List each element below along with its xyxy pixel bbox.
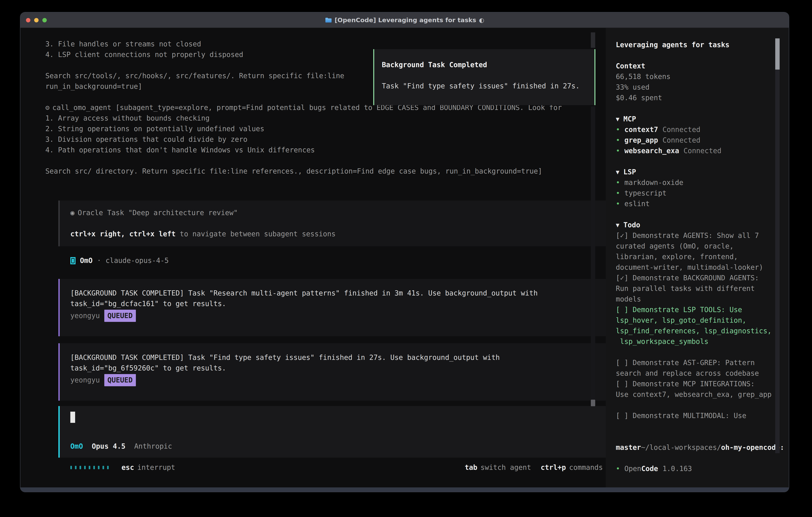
todo-line: curated agents (OmO, oracle, — [616, 241, 789, 251]
transcript-line: 4. Path operations that don't handle Win… — [46, 145, 606, 155]
main-scrollbar-thumb[interactable] — [591, 400, 595, 406]
gear-icon: ⚙ — [46, 104, 50, 112]
ctrlp-key-hint: ctrl+p — [541, 462, 566, 473]
transcript-line: 2. String operations on potentially unde… — [46, 124, 606, 134]
esc-key-hint: esc — [121, 462, 134, 473]
oracle-task-card[interactable]: ◉Oracle Task "Deep architecture review" … — [58, 200, 606, 246]
task-message-line: [BACKGROUND TASK COMPLETED] Task "Resear… — [70, 288, 606, 298]
oracle-task-title: ◉Oracle Task "Deep architecture review" — [70, 208, 606, 218]
lsp-item: • markdown-oxide — [616, 177, 789, 188]
subagent-nav-hint: ctrl+x right, ctrl+x left to navigate be… — [70, 229, 606, 239]
chevron-down-icon: ▼ — [616, 114, 619, 124]
separator-dot: · — [97, 255, 101, 266]
hint-text: to navigate between subagent sessions — [176, 230, 336, 238]
todo-line-active: lsp_hover, lsp_goto_definition, — [616, 315, 789, 326]
task-message-line: task_id="bg_dcfac161" to get results. — [70, 298, 606, 309]
session-sidebar: Leveraging agents for tasks Context 66,5… — [606, 28, 789, 487]
text-cursor — [70, 412, 75, 423]
todo-line: [✓] Demonstrate BACKGROUND AGENTS: — [616, 273, 789, 283]
status-bar: esc interrupt tab switch agent ctrl+p co… — [70, 462, 603, 473]
folder-icon — [325, 17, 332, 23]
window-bottom-edge — [20, 487, 789, 492]
context-tokens: 66,518 tokens — [616, 71, 789, 82]
todo-line: [✓] Demonstrate AGENTS: Show all 7 — [616, 230, 789, 241]
lsp-item: • eslint — [616, 198, 789, 209]
workspace-path: ~/local-workspaces/oh-my-opencode: — [616, 432, 789, 442]
half-moon-icon: ◐ — [479, 17, 484, 24]
opencode-terminal-window: [OpenCode] Leveraging agents for tasks ◐… — [20, 12, 789, 492]
lsp-section-header[interactable]: ▼ LSP — [616, 167, 789, 177]
titlebar[interactable]: [OpenCode] Leveraging agents for tasks ◐ — [20, 12, 789, 28]
todo-line: [ ] Demonstrate MULTIMODAL: Use — [616, 410, 789, 421]
prompt-input[interactable]: OmO Opus 4.5 Anthropic — [58, 406, 606, 458]
context-spent: $0.46 spent — [616, 92, 789, 103]
close-button[interactable] — [26, 18, 30, 22]
ctrlp-label: commands — [569, 462, 603, 473]
todo-line: models — [616, 294, 789, 304]
chevron-down-icon: ▼ — [616, 220, 619, 230]
working-spinner — [70, 466, 109, 469]
transcript-line: 1. Array access without bounds checking — [46, 113, 606, 124]
todo-line: Run parallel tasks with different — [616, 283, 789, 294]
toast-body: Task "Find type safety issues" finished … — [382, 81, 594, 91]
opencode-version: • OpenCode 1.0.163 — [616, 463, 789, 474]
task-message-line: [BACKGROUND TASK COMPLETED] Task "Find t… — [70, 352, 606, 363]
mcp-section-header[interactable]: ▼ MCP — [616, 114, 789, 124]
todo-line: librarian, explore, frontend, — [616, 251, 789, 262]
todo-line-active: [ ] Demonstrate LSP TOOLS: Use — [616, 304, 789, 315]
mcp-item: • grep_app Connected — [616, 135, 789, 145]
todo-line: document-writer, multimodal-looker) — [616, 262, 789, 273]
background-task-card: [BACKGROUND TASK COMPLETED] Task "Resear… — [58, 279, 606, 336]
status-badge: QUEUED — [104, 310, 136, 322]
lsp-item: • typescript — [616, 188, 789, 198]
mcp-item: • context7 Connected — [616, 124, 789, 135]
esc-label: interrupt — [137, 462, 175, 473]
status-dot-icon: • — [616, 188, 620, 198]
status-dot-icon: • — [616, 135, 620, 145]
status-dot-icon: • — [616, 463, 620, 474]
main-scrollbar-top-segment[interactable] — [591, 32, 595, 48]
context-heading: Context — [616, 61, 789, 71]
transcript-line: Search src/ directory. Return specific f… — [46, 166, 606, 176]
tab-key-hint: tab — [465, 462, 477, 473]
input-agent-name: OmO — [70, 441, 83, 452]
todo-line: search and replace across codebase — [616, 368, 789, 379]
zoom-button[interactable] — [42, 18, 47, 22]
todo-line: [ ] Demonstrate AST-GREP: Pattern — [616, 357, 789, 368]
task-user: yeongyu — [70, 375, 100, 385]
todo-line: [ ] Demonstrate MCP INTEGRATIONS: — [616, 379, 789, 389]
agent-session-header[interactable]: OmO · claude-opus-4-5 — [70, 255, 606, 266]
agent-name: OmO — [80, 255, 92, 266]
window-controls — [26, 18, 47, 22]
status-badge: QUEUED — [104, 374, 136, 386]
sidebar-scrollbar-thumb[interactable] — [775, 38, 780, 70]
sidebar-scrollbar-track[interactable] — [775, 38, 780, 453]
todo-line-active: lsp_workspace_symbols — [616, 336, 789, 347]
task-user: yeongyu — [70, 310, 100, 321]
status-dot-icon: • — [616, 177, 620, 188]
main-scrollbar-track[interactable] — [591, 106, 595, 400]
transcript-line: 3. Division operations that could divide… — [46, 134, 606, 145]
background-task-toast[interactable]: Background Task Completed Task "Find typ… — [373, 49, 596, 105]
chevron-down-icon: ▼ — [616, 167, 619, 177]
todo-section-header[interactable]: ▼ Todo — [616, 220, 789, 230]
context-used: 33% used — [616, 82, 789, 92]
status-dot-icon: • — [616, 145, 620, 156]
input-provider: Anthropic — [134, 441, 172, 452]
agent-model: claude-opus-4-5 — [106, 255, 169, 266]
minimize-button[interactable] — [34, 18, 38, 22]
toast-title: Background Task Completed — [382, 60, 594, 70]
background-task-card: [BACKGROUND TASK COMPLETED] Task "Find t… — [58, 343, 606, 401]
agent-square-icon — [70, 257, 76, 264]
session-title: Leveraging agents for tasks — [616, 39, 789, 50]
todo-line-active: lsp_find_references, lsp_diagnostics, — [616, 326, 789, 336]
window-title-text: [OpenCode] Leveraging agents for tasks — [335, 17, 476, 24]
status-dot-icon: • — [616, 124, 620, 135]
status-dot-icon: • — [616, 198, 620, 209]
todo-line: Use context7, websearch_exa, grep_app — [616, 389, 789, 400]
window-title: [OpenCode] Leveraging agents for tasks ◐ — [325, 17, 484, 24]
oracle-icon: ◉ — [70, 209, 75, 217]
task-message-line: task_id="bg_6f59260c" to get results. — [70, 363, 606, 374]
input-model: Opus 4.5 — [92, 441, 125, 452]
hint-keys: ctrl+x right, ctrl+x left — [70, 230, 176, 238]
